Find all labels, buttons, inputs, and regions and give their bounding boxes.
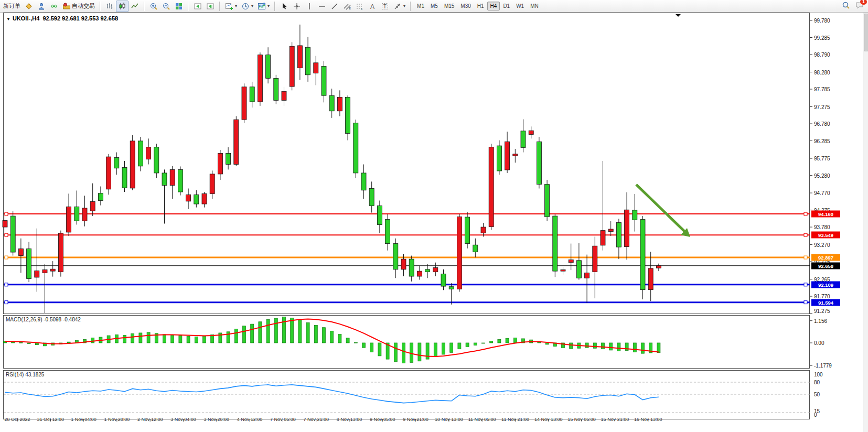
new-order-button[interactable]: 新订单: [1, 1, 23, 12]
cursor-icon: [280, 2, 288, 10]
tf-h4[interactable]: H4: [487, 2, 500, 10]
auto-trading-button[interactable]: 自动交易: [60, 1, 97, 12]
market-depth-icon[interactable]: [23, 1, 35, 12]
rsi-pane[interactable]: [3, 370, 810, 419]
tf-m1[interactable]: M1: [414, 2, 427, 10]
button-label: H1: [477, 3, 484, 9]
periods-button[interactable]: ▾: [239, 1, 255, 12]
terminal-icon[interactable]: [35, 1, 48, 12]
zoom-out-button[interactable]: [160, 1, 173, 12]
line-chart-button[interactable]: [128, 1, 141, 12]
text-button[interactable]: A: [366, 1, 379, 12]
symbol-label: UKOil-,H4: [13, 15, 39, 21]
price-tick-label: 96.285: [814, 138, 830, 144]
arrows-button[interactable]: ▾: [391, 1, 408, 12]
macd-tick-label: 1.156: [814, 318, 827, 323]
chart-shift-button[interactable]: [204, 1, 217, 12]
signal-icon: [50, 2, 58, 10]
dropdown-caret-icon[interactable]: ▾: [403, 4, 405, 8]
svg-text:T: T: [383, 4, 387, 9]
robot-icon: [62, 2, 71, 10]
scrollbar-thumb[interactable]: [864, 14, 868, 51]
chart-symbol-title[interactable]: ▼UKOil-,H4 92.592 92.681 92.553 92.658: [6, 15, 118, 21]
diamond-icon: [25, 2, 33, 10]
vertical-scrollbar[interactable]: [863, 13, 868, 432]
svg-text:F: F: [361, 7, 363, 10]
time-axis-label: 11 Nov 21:00: [501, 417, 529, 422]
time-axis-label: 11 Nov 05:00: [468, 417, 496, 422]
shift-icon: [206, 2, 215, 10]
toolbar-group: 新订单自动交易: [0, 0, 98, 12]
toolbar-separator: [219, 2, 220, 11]
svg-text:A: A: [370, 3, 374, 10]
trendline-button[interactable]: [328, 1, 341, 12]
rsi-tick-label: 80: [814, 380, 820, 385]
toolbar-group: [190, 0, 218, 12]
time-axis-label: 15 Nov 21:00: [601, 417, 629, 422]
candle-icon: [118, 2, 126, 10]
price-tick-label: 95.280: [814, 172, 830, 178]
cursor-button[interactable]: [278, 1, 291, 12]
crosshair-button[interactable]: [291, 1, 303, 12]
price-badge-91.594: 91.594: [811, 299, 840, 306]
time-axis-label: 7 Nov 21:00: [303, 417, 329, 422]
button-label: M1: [417, 3, 424, 9]
price-tick-label: 99.780: [814, 18, 830, 24]
cross-icon: [293, 2, 301, 10]
toolbar-group: EFAT▾: [277, 0, 409, 12]
tf-mn[interactable]: MN: [527, 2, 542, 10]
dropdown-caret-icon[interactable]: ▾: [267, 4, 270, 8]
toolbar-separator: [274, 2, 275, 11]
zoomout-icon: [162, 2, 170, 10]
tf-m30[interactable]: M30: [457, 2, 474, 10]
price-tick-label: 98.280: [814, 69, 830, 75]
tile-windows-button[interactable]: [173, 1, 185, 12]
time-axis-label: 8 Nov 13:00: [337, 417, 362, 422]
price-tick-label: 93.270: [814, 242, 830, 247]
notification-badge: 1: [860, 0, 867, 5]
toolbar-separator: [100, 2, 101, 11]
price-tick-label: 94.770: [814, 190, 830, 196]
tf-m5[interactable]: M5: [427, 2, 441, 10]
price-tick-label: 97.785: [814, 87, 830, 92]
toolbar-separator: [188, 2, 189, 11]
auto-scroll-button[interactable]: [191, 1, 204, 12]
equidistant-channel-button[interactable]: E: [341, 1, 353, 12]
time-axis-label: 28 Oct 2022: [4, 417, 30, 422]
vertical-line-button[interactable]: [303, 1, 316, 12]
template-icon: [258, 2, 266, 10]
person-icon: [37, 2, 46, 10]
button-label: M15: [444, 3, 454, 9]
time-axis-label: 10 Nov 13:00: [435, 417, 463, 422]
notifications-icon[interactable]: 1: [855, 1, 864, 12]
svg-text:E: E: [349, 7, 351, 10]
macd-pane[interactable]: [3, 315, 810, 369]
text-label-button[interactable]: T: [379, 1, 391, 12]
time-axis-label: 3 Nov 04:00: [170, 417, 196, 422]
clock-icon: [241, 2, 250, 10]
bar-chart-button[interactable]: [103, 1, 116, 12]
price-badge-92.658: 92.658: [811, 262, 840, 269]
toolbar-group: [102, 0, 142, 12]
fib-icon: F: [356, 2, 364, 10]
templates-button[interactable]: ▾: [255, 1, 272, 12]
time-axis-label: 14 Nov 13:00: [534, 417, 563, 422]
fibonacci-button[interactable]: F: [353, 1, 366, 12]
tf-m15[interactable]: M15: [441, 2, 457, 10]
main-chart-pane[interactable]: [3, 13, 810, 314]
signal-icon[interactable]: [48, 1, 60, 12]
tf-d1[interactable]: D1: [500, 2, 513, 10]
letterA-icon: A: [368, 2, 377, 10]
horizontal-line-button[interactable]: [316, 1, 328, 12]
price-tick-label: 97.275: [814, 104, 830, 110]
zoom-in-button[interactable]: [147, 1, 160, 12]
indicators-button[interactable]: ▾: [223, 1, 239, 12]
tf-h1[interactable]: H1: [474, 2, 487, 10]
price-tick-label: 99.285: [814, 35, 830, 40]
candlestick-button[interactable]: [116, 1, 128, 12]
dropdown-caret-icon[interactable]: ▾: [251, 4, 253, 8]
search-icon[interactable]: [842, 1, 850, 12]
dropdown-caret-icon[interactable]: ▾: [235, 4, 237, 8]
tf-w1[interactable]: W1: [513, 2, 527, 10]
time-axis-label: 15 Nov 05:00: [567, 417, 596, 422]
